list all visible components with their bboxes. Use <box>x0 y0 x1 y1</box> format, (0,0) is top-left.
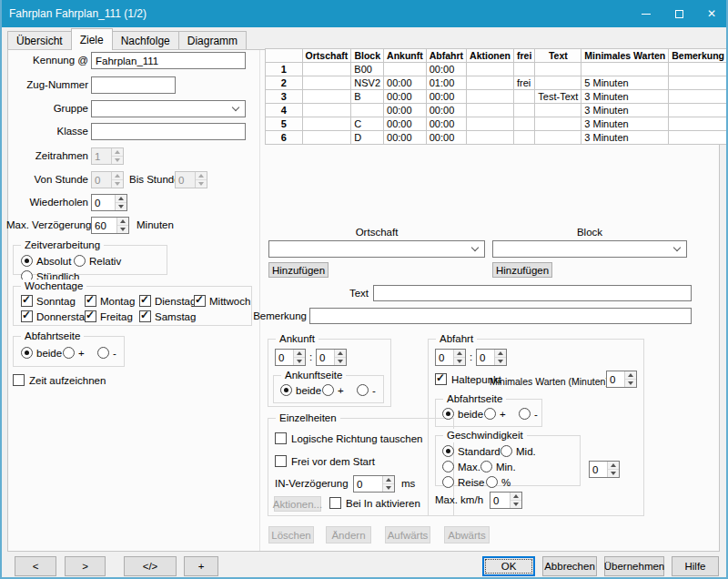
radio-minus[interactable]: - <box>519 408 538 420</box>
table-cell[interactable] <box>513 63 534 76</box>
table-cell[interactable] <box>513 117 534 131</box>
geschwindigkeit-prozent-spinner[interactable]: 0 <box>589 461 620 478</box>
spin-down-icon[interactable] <box>335 357 346 365</box>
ok-button[interactable]: OK <box>482 556 535 576</box>
radio-absolut[interactable]: Absolut <box>21 255 74 267</box>
table-cell[interactable] <box>535 104 581 117</box>
spin-down-icon[interactable] <box>112 156 123 164</box>
radio-mid[interactable]: Mid. <box>500 445 544 457</box>
radio-minus[interactable]: - <box>357 384 376 396</box>
row-header[interactable]: 1 <box>266 63 303 76</box>
row-header[interactable]: 6 <box>266 131 303 145</box>
tab-ziele[interactable]: Ziele <box>71 28 113 50</box>
spin-up-icon[interactable] <box>196 172 207 179</box>
tab-ubersicht[interactable]: Übersicht <box>7 31 72 49</box>
radio-beide[interactable]: beide <box>21 347 63 359</box>
col-header-text[interactable]: Text <box>535 49 581 63</box>
radio-standard[interactable]: Standard <box>442 445 500 457</box>
spin-up-icon[interactable] <box>383 476 394 483</box>
minimales-warten-spinner[interactable]: 0 <box>606 371 637 388</box>
table-cell[interactable] <box>302 117 351 131</box>
corner-header[interactable] <box>266 49 303 63</box>
radio-reise[interactable]: Reise <box>442 476 486 488</box>
radio-plus[interactable]: + <box>322 384 357 396</box>
spin-down-icon[interactable] <box>608 469 619 477</box>
loeschen-button[interactable]: Löschen <box>268 526 314 543</box>
aktionen-button[interactable]: Aktionen... <box>274 496 321 512</box>
table-cell[interactable] <box>467 104 514 117</box>
abwaerts-button[interactable]: Abwärts <box>444 526 490 543</box>
spin-down-icon[interactable] <box>112 179 123 188</box>
table-cell[interactable] <box>302 131 351 145</box>
spin-down-icon[interactable] <box>454 357 465 365</box>
max-verzoegerung-spinner[interactable]: 60 <box>91 217 129 234</box>
gruppe-combobox[interactable] <box>91 100 246 117</box>
col-header-block[interactable]: Block <box>351 49 384 63</box>
max-kmh-spinner[interactable]: 0 <box>490 492 522 509</box>
table-cell[interactable] <box>384 63 427 76</box>
block-hinzufuegen-button[interactable]: Hinzufügen <box>492 262 552 278</box>
table-cell[interactable]: 01:00 <box>426 76 466 90</box>
bemerkung-input[interactable] <box>309 308 692 324</box>
table-cell[interactable]: 00:00 <box>426 63 466 76</box>
ankunft-minute-spinner[interactable]: 0 <box>316 349 347 366</box>
von-stunde-spinner[interactable]: 0 <box>91 171 124 188</box>
kennung-input[interactable] <box>91 52 246 69</box>
table-cell[interactable]: 3 Minuten <box>581 117 669 131</box>
table-cell[interactable] <box>535 131 581 145</box>
abbrechen-button[interactable]: Abbrechen <box>542 556 597 576</box>
table-cell[interactable]: 00:00 <box>384 131 427 145</box>
zeit-aufzeichnen-checkbox[interactable]: Zeit aufzeichnen <box>13 374 106 386</box>
table-cell[interactable] <box>467 63 514 76</box>
table-cell[interactable]: 3 Minuten <box>581 90 669 104</box>
checkbox-sonntag[interactable]: Sonntag <box>21 295 85 307</box>
spin-down-icon[interactable] <box>495 357 506 365</box>
close-button[interactable]: ✕ <box>695 0 728 27</box>
table-cell[interactable] <box>581 63 669 76</box>
maximize-button[interactable] <box>662 0 695 27</box>
table-cell[interactable]: 00:00 <box>426 104 466 117</box>
table-cell[interactable] <box>669 76 728 90</box>
spin-up-icon[interactable] <box>625 371 636 379</box>
spin-up-icon[interactable] <box>335 350 346 357</box>
table-cell[interactable]: 3 Minuten <box>581 104 669 117</box>
table-cell[interactable] <box>513 131 534 145</box>
spin-down-icon[interactable] <box>196 179 207 188</box>
table-cell[interactable] <box>535 76 581 90</box>
table-cell[interactable] <box>669 63 728 76</box>
table-cell[interactable] <box>467 117 514 131</box>
logische-richtung-checkbox[interactable]: Logische Richtung tauschen <box>275 432 423 444</box>
bei-in-aktivieren-checkbox[interactable]: Bei In aktivieren <box>329 497 420 509</box>
spin-down-icon[interactable] <box>625 379 636 387</box>
aendern-button[interactable]: Ändern <box>326 526 371 543</box>
radio-min[interactable]: Min. <box>480 461 539 472</box>
spin-down-icon[interactable] <box>294 357 305 365</box>
row-header[interactable]: 5 <box>266 117 303 131</box>
tab-diagramm[interactable]: Diagramm <box>178 31 247 49</box>
radio-beide[interactable]: beide <box>442 408 484 420</box>
table-cell[interactable]: 00:00 <box>426 90 466 104</box>
radio-relativ[interactable]: Relativ <box>74 255 122 267</box>
row-header[interactable]: 4 <box>266 104 303 117</box>
table-cell[interactable]: 00:00 <box>384 117 427 131</box>
table-cell[interactable] <box>669 117 728 131</box>
spin-up-icon[interactable] <box>495 350 506 357</box>
table-cell[interactable]: NSV2 <box>351 76 384 90</box>
spin-up-icon[interactable] <box>112 172 123 179</box>
table-cell[interactable]: 00:00 <box>384 104 427 117</box>
zug-nummer-input[interactable] <box>91 76 176 94</box>
wiederholen-spinner[interactable]: 0 <box>91 194 127 211</box>
spin-up-icon[interactable] <box>112 148 123 156</box>
spin-up-icon[interactable] <box>608 462 619 469</box>
table-cell[interactable] <box>467 90 514 104</box>
abfahrt-minute-spinner[interactable]: 0 <box>476 349 507 366</box>
row-header[interactable]: 2 <box>266 76 303 90</box>
ortschaft-hinzufuegen-button[interactable]: Hinzufügen <box>268 262 329 278</box>
table-cell[interactable]: Test-Text <box>535 90 581 104</box>
in-verzoegerung-spinner[interactable]: 0 <box>353 475 395 493</box>
spin-up-icon[interactable] <box>117 218 128 225</box>
radio-max[interactable]: Max. <box>442 461 480 472</box>
spin-down-icon[interactable] <box>383 483 394 492</box>
spin-up-icon[interactable] <box>116 195 126 202</box>
table-cell[interactable] <box>302 104 351 117</box>
